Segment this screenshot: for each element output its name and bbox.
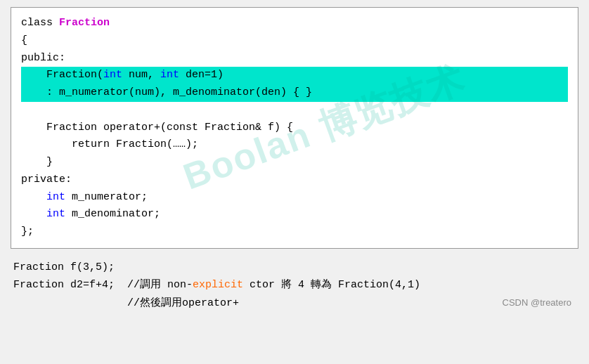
bottom-line: Fraction f(3,5); (13, 259, 576, 277)
code-line: { (21, 32, 568, 50)
csdn-credit: CSDN @treatero (503, 295, 571, 311)
bottom-code-block: Fraction f(3,5); Fraction d2=f+4; //調用 n… (11, 259, 578, 313)
bottom-line: Fraction d2=f+4; //調用 non-explicit ctor … (13, 276, 576, 294)
code-line: class Fraction (21, 15, 568, 32)
code-block: Boolan 博览技术 class Fraction { public: Fra… (11, 7, 578, 249)
code-line: private: (21, 171, 568, 189)
code-line: }; (21, 223, 568, 241)
code-line-highlighted: : m_numerator(num), m_denominator(den) {… (21, 84, 568, 102)
code-line: Fraction operator+(const Fraction& f) { (21, 119, 568, 137)
code-line (21, 102, 568, 119)
code-line-highlighted: Fraction(int num, int den=1) (21, 67, 568, 84)
code-line: } (21, 154, 568, 171)
code-line: public: (21, 50, 568, 67)
code-line: return Fraction(……); (21, 136, 568, 154)
code-line: int m_denominator; (21, 206, 568, 223)
bottom-line: //然後調用operator+ (13, 294, 576, 313)
code-line: int m_numerator; (21, 189, 568, 207)
